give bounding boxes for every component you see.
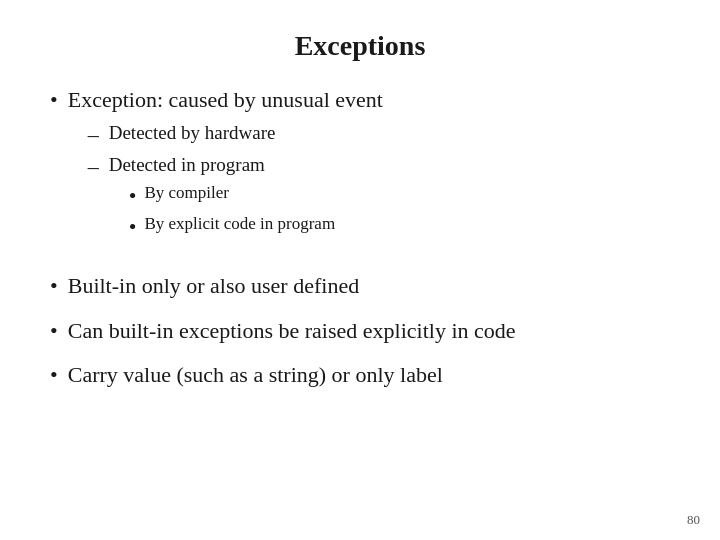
bullet-l3-text-1: By compiler	[144, 182, 229, 204]
bullet-l2-text-2: Detected in program	[109, 154, 265, 175]
bullet-l1-carry: • Carry value (such as a string) or only…	[50, 361, 670, 390]
bullet-l1-exception: • Exception: caused by unusual event – D…	[50, 86, 670, 242]
bullet-l2-text-container-2: Detected in program • By compiler • By e…	[109, 153, 335, 242]
bullet-l3-text-2: By explicit code in program	[144, 213, 335, 235]
bullet-l1-can-builtin: • Can built-in exceptions be raised expl…	[50, 317, 670, 346]
bullet-l3-marker-1: •	[129, 182, 137, 211]
bullet-l1-text-container: Exception: caused by unusual event – Det…	[68, 86, 383, 242]
bullet-marker-add2: •	[50, 317, 58, 346]
bullet-l2-hardware: – Detected by hardware	[88, 121, 383, 150]
bullet-l1-text-can-builtin: Can built-in exceptions be raised explic…	[68, 317, 516, 346]
slide-title: Exceptions	[50, 30, 670, 62]
bullet-marker-l1: •	[50, 86, 58, 115]
bullet-l1-text: Exception: caused by unusual event	[68, 87, 383, 112]
bullet-l2-program: – Detected in program • By compiler •	[88, 153, 383, 242]
sub-sub-list: • By compiler • By explicit code in prog…	[129, 182, 335, 242]
slide-content: • Exception: caused by unusual event – D…	[50, 86, 670, 520]
bullet-l2-marker-1: –	[88, 121, 99, 150]
bullet-l2-marker-2: –	[88, 153, 99, 182]
sub-list: – Detected by hardware – Detected in pro…	[88, 121, 383, 242]
bullet-l1-text-builtin: Built-in only or also user defined	[68, 272, 359, 301]
bullet-marker-add1: •	[50, 272, 58, 301]
bullet-l3-marker-2: •	[129, 213, 137, 242]
bullet-marker-add3: •	[50, 361, 58, 390]
page-number: 80	[687, 512, 700, 528]
bullet-l2-text-1: Detected by hardware	[109, 121, 276, 146]
bullet-l3-compiler: • By compiler	[129, 182, 335, 211]
bullet-l3-explicit: • By explicit code in program	[129, 213, 335, 242]
bullet-l1-text-carry: Carry value (such as a string) or only l…	[68, 361, 443, 390]
slide: Exceptions • Exception: caused by unusua…	[0, 0, 720, 540]
bullet-l1-builtin: • Built-in only or also user defined	[50, 272, 670, 301]
additional-bullets: • Built-in only or also user defined • C…	[50, 272, 670, 396]
